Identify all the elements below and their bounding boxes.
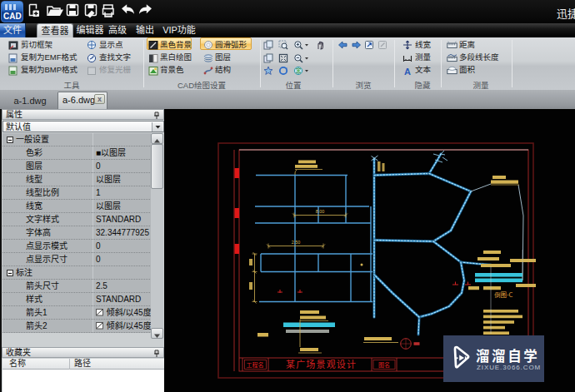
svg-text:2.50: 2.50 — [292, 240, 301, 245]
svg-text:倒图-C: 倒图-C — [494, 290, 513, 299]
svg-text:8.00: 8.00 — [316, 209, 325, 214]
svg-text:A: A — [404, 67, 411, 77]
svg-text:某广场景观设计: 某广场景观设计 — [286, 357, 356, 370]
svg-text:图名: 图名 — [378, 360, 390, 369]
svg-text:工程名: 工程名 — [247, 360, 264, 369]
